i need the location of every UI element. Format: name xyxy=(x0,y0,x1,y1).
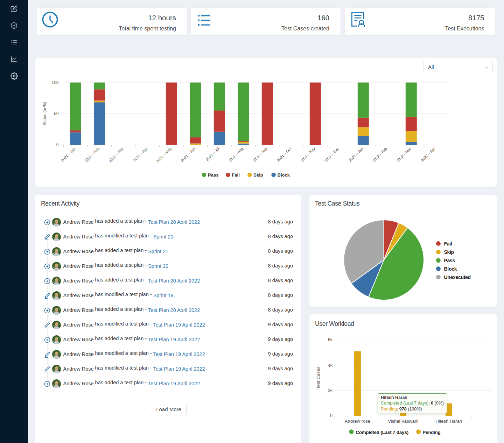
svg-text:Vishal Vaswani: Vishal Vaswani xyxy=(388,419,418,424)
svg-text:2022 – Feb: 2022 – Feb xyxy=(371,147,388,163)
svg-text:2021 – Jul: 2021 – Jul xyxy=(205,147,220,162)
svg-text:2021 – Jan: 2021 – Jan xyxy=(60,147,76,163)
svg-text:2021 – Mar: 2021 – Mar xyxy=(108,147,124,163)
svg-text:0: 0 xyxy=(56,142,59,147)
svg-text:Fail: Fail xyxy=(232,172,239,178)
svg-text:2k: 2k xyxy=(328,388,333,393)
svg-text:2022 – Apr: 2022 – Apr xyxy=(420,147,436,163)
svg-text:Pass: Pass xyxy=(444,258,455,263)
svg-text:Pass: Pass xyxy=(208,172,218,178)
svg-text:0: 0 xyxy=(330,413,332,418)
svg-text:100: 100 xyxy=(51,80,58,85)
svg-text:2022 – Mar: 2022 – Mar xyxy=(396,147,412,163)
svg-text:4k: 4k xyxy=(328,363,333,368)
svg-text:Hitesh Haran: Hitesh Haran xyxy=(435,419,462,424)
svg-text:Block: Block xyxy=(278,172,290,178)
svg-text:Andrew rose: Andrew rose xyxy=(345,419,370,424)
svg-text:Completed (Last 7 days): Completed (Last 7 days) xyxy=(356,430,408,435)
svg-text:Block: Block xyxy=(444,266,457,272)
svg-text:Skip: Skip xyxy=(444,249,454,255)
svg-text:6k: 6k xyxy=(328,337,333,342)
svg-text:2021 – Aug: 2021 – Aug xyxy=(227,147,244,163)
svg-text:Status (in %): Status (in %) xyxy=(42,102,47,126)
svg-text:2022 – Jan: 2022 – Jan xyxy=(348,147,364,163)
svg-text:2021 – Sep: 2021 – Sep xyxy=(252,147,268,163)
svg-text:2021 – Nov: 2021 – Nov xyxy=(300,147,316,163)
svg-text:2021 – Feb: 2021 – Feb xyxy=(84,147,100,163)
svg-text:Test Cases: Test Cases xyxy=(316,366,321,389)
svg-text:2021 – Oct: 2021 – Oct xyxy=(276,147,292,163)
svg-text:2021 – May: 2021 – May xyxy=(155,147,173,164)
svg-text:Skip: Skip xyxy=(253,172,263,178)
svg-text:Unexecuted: Unexecuted xyxy=(444,274,471,280)
svg-text:2021 – Jun: 2021 – Jun xyxy=(180,147,196,163)
svg-text:50: 50 xyxy=(54,111,59,116)
svg-text:Fail: Fail xyxy=(444,241,452,246)
svg-text:2021 – Dec: 2021 – Dec xyxy=(323,147,340,163)
svg-text:2021 – Apr: 2021 – Apr xyxy=(132,147,148,163)
svg-text:Pending: Pending xyxy=(423,430,441,435)
